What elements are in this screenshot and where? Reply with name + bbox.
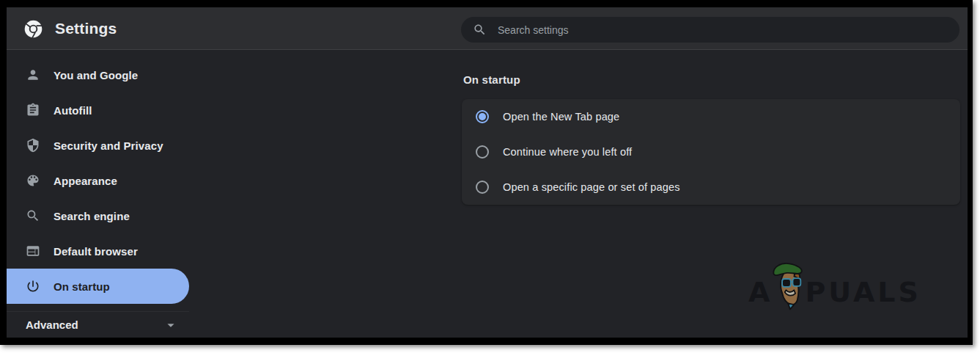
search-settings-box[interactable] — [461, 17, 959, 43]
palette-icon — [26, 173, 40, 188]
radio-option-open-specific-pages[interactable]: Open a specific page or set of pages — [462, 170, 960, 205]
settings-page: Settings You and Google — [7, 7, 968, 338]
sidebar-item-autofill[interactable]: Autofill — [7, 92, 189, 128]
radio-button[interactable] — [476, 145, 489, 159]
sidebar-item-you-and-google[interactable]: You and Google — [7, 57, 189, 92]
power-icon — [26, 279, 40, 294]
search-icon — [26, 208, 40, 223]
advanced-label: Advanced — [26, 319, 78, 331]
sidebar-item-on-startup[interactable]: On startup — [7, 269, 189, 304]
person-icon — [26, 68, 40, 82]
sidebar-item-appearance[interactable]: Appearance — [7, 163, 189, 198]
sidebar-item-label: On startup — [54, 280, 110, 293]
sidebar-item-label: Appearance — [54, 175, 117, 187]
page-title: Settings — [55, 20, 117, 37]
shield-icon — [26, 138, 40, 153]
advanced-toggle[interactable]: Advanced — [7, 311, 189, 338]
appuals-mascot-icon — [770, 261, 809, 310]
radio-option-open-new-tab[interactable]: Open the New Tab page — [462, 99, 960, 134]
screenshot-frame: Settings You and Google — [0, 0, 973, 345]
radio-option-continue-left-off[interactable]: Continue where you left off — [462, 134, 960, 170]
sidebar: You and Google Autofill Security and Pri… — [7, 57, 226, 338]
radio-option-label: Open a specific page or set of pages — [503, 181, 680, 193]
sidebar-item-label: Search engine — [54, 210, 130, 222]
search-input[interactable] — [496, 23, 946, 37]
sidebar-item-label: Autofill — [54, 104, 92, 117]
radio-button[interactable] — [476, 181, 489, 194]
chevron-down-icon — [163, 317, 179, 333]
radio-button[interactable] — [476, 110, 489, 123]
radio-option-label: Open the New Tab page — [503, 111, 619, 123]
radio-option-label: Continue where you left off — [503, 146, 632, 158]
chrome-logo-icon — [23, 19, 43, 39]
header: Settings — [7, 7, 968, 50]
autofill-icon — [26, 103, 40, 117]
sidebar-item-search-engine[interactable]: Search engine — [7, 198, 189, 233]
appuals-watermark: A PUALS — [748, 266, 921, 319]
browser-icon — [26, 244, 40, 258]
search-icon — [473, 23, 487, 37]
on-startup-card: Open the New Tab page Continue where you… — [462, 99, 960, 205]
sidebar-item-default-browser[interactable]: Default browser — [7, 233, 189, 269]
brand: Settings — [23, 7, 117, 50]
sidebar-item-label: Security and Privacy — [54, 139, 163, 152]
sidebar-item-security-and-privacy[interactable]: Security and Privacy — [7, 128, 189, 163]
watermark-text: A — [748, 276, 773, 308]
watermark-text: PUALS — [805, 276, 921, 308]
section-title: On startup — [463, 73, 520, 86]
sidebar-item-label: Default browser — [54, 245, 138, 258]
sidebar-item-label: You and Google — [54, 69, 138, 81]
